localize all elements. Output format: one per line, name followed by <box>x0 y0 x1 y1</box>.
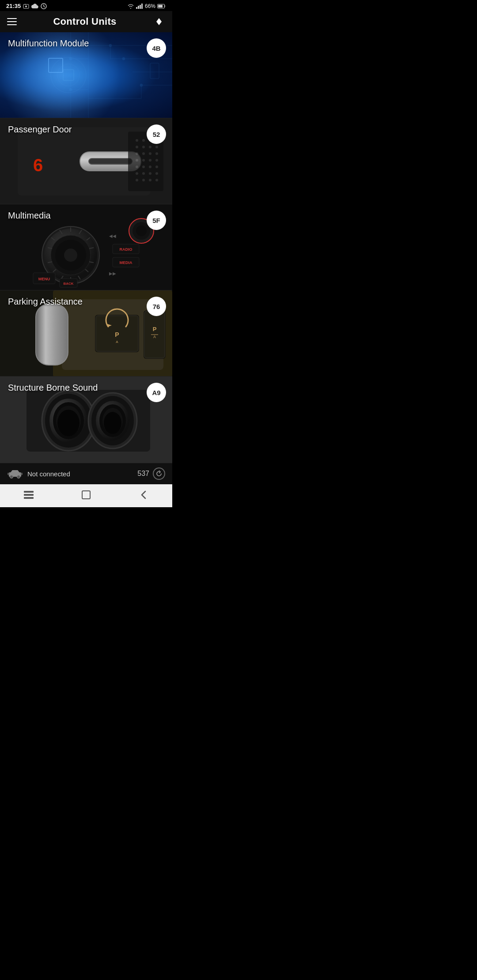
svg-rect-119 <box>26 390 150 452</box>
svg-rect-94 <box>113 244 139 254</box>
svg-marker-110 <box>106 324 112 327</box>
card-structure-label: Structure Borne Sound <box>8 383 98 393</box>
svg-rect-96 <box>113 257 139 267</box>
refresh-button[interactable] <box>153 467 165 480</box>
svg-rect-139 <box>24 497 34 499</box>
svg-point-53 <box>136 159 138 162</box>
svg-rect-39 <box>89 159 132 164</box>
connection-status-text: Not connected <box>27 470 70 478</box>
svg-point-131 <box>104 412 121 434</box>
svg-text:P: P <box>115 331 119 338</box>
recent-apps-button[interactable] <box>20 489 38 501</box>
svg-point-50 <box>142 152 145 155</box>
svg-rect-109 <box>96 316 138 351</box>
svg-line-81 <box>85 269 88 272</box>
svg-point-20 <box>122 57 125 60</box>
svg-rect-106 <box>35 304 68 366</box>
svg-point-54 <box>142 159 145 162</box>
svg-point-122 <box>49 399 87 443</box>
svg-line-79 <box>89 248 94 249</box>
svg-point-125 <box>88 393 137 449</box>
sync-status-icon <box>41 3 47 9</box>
svg-point-128 <box>99 404 126 437</box>
svg-point-133 <box>10 475 13 479</box>
svg-text:A: A <box>116 340 118 344</box>
status-time: 21:35 <box>6 3 21 9</box>
svg-rect-6 <box>141 4 143 9</box>
svg-point-124 <box>56 406 81 436</box>
card-passenger-label: Passenger Door <box>8 124 72 135</box>
svg-rect-36 <box>80 151 141 171</box>
svg-rect-8 <box>158 5 163 8</box>
svg-point-19 <box>109 44 112 47</box>
android-nav-bar <box>0 484 172 507</box>
svg-point-58 <box>142 166 145 168</box>
svg-line-87 <box>48 248 52 249</box>
connection-info: Not connected <box>7 469 70 479</box>
car-icon <box>7 469 23 479</box>
svg-point-57 <box>136 166 138 168</box>
svg-rect-107 <box>36 305 68 365</box>
svg-line-78 <box>87 237 90 240</box>
battery-icon <box>157 4 166 9</box>
svg-rect-136 <box>21 473 23 475</box>
svg-point-67 <box>149 179 151 181</box>
svg-rect-38 <box>88 158 132 165</box>
wifi-icon <box>127 4 134 9</box>
svg-point-123 <box>53 402 84 439</box>
svg-marker-10 <box>156 22 162 25</box>
svg-marker-9 <box>156 18 162 22</box>
back-button[interactable] <box>135 489 152 501</box>
svg-point-66 <box>142 179 145 181</box>
page-title: Control Units <box>53 16 116 27</box>
card-parking[interactable]: P A P A Parking Assistance 76 <box>0 290 172 377</box>
svg-text:BACK: BACK <box>63 282 73 286</box>
battery-level: 66% <box>145 3 155 9</box>
svg-text:A: A <box>153 335 156 339</box>
svg-point-75 <box>64 249 77 262</box>
status-left: 21:35 <box>6 3 47 9</box>
svg-rect-135 <box>8 473 9 475</box>
card-passenger-badge: 52 <box>147 124 166 144</box>
svg-point-134 <box>17 475 20 479</box>
svg-point-61 <box>136 172 138 175</box>
sort-button[interactable] <box>153 15 165 28</box>
svg-point-100 <box>136 226 147 236</box>
svg-point-120 <box>42 391 95 451</box>
menu-button[interactable] <box>7 18 17 25</box>
item-counter: 537 <box>137 470 149 478</box>
sort-icon-svg <box>154 16 164 27</box>
card-multimedia[interactable]: MENU BACK RADIO MEDIA ◀◀ ▶▶ <box>0 204 172 290</box>
svg-point-30 <box>38 44 99 106</box>
svg-point-60 <box>155 166 158 168</box>
svg-rect-5 <box>140 5 141 9</box>
svg-rect-140 <box>82 491 90 499</box>
top-bar: Control Units <box>0 11 172 32</box>
svg-rect-137 <box>24 491 34 493</box>
svg-rect-37 <box>80 152 140 170</box>
svg-line-84 <box>61 276 63 279</box>
svg-rect-4 <box>138 6 139 9</box>
card-multifunction[interactable]: Multifunction Module 4B <box>0 32 172 118</box>
svg-point-55 <box>149 159 151 162</box>
home-button[interactable] <box>77 489 95 501</box>
card-multifunction-label: Multifunction Module <box>8 38 89 49</box>
svg-point-68 <box>155 179 158 181</box>
svg-point-71 <box>42 226 99 284</box>
svg-point-126 <box>91 396 134 445</box>
svg-text:P: P <box>153 326 157 332</box>
card-parking-label: Parking Assistance <box>8 297 83 307</box>
svg-point-121 <box>45 394 92 448</box>
card-structure[interactable]: Structure Borne Sound A9 <box>0 377 172 463</box>
cloud-icon <box>31 4 38 8</box>
svg-point-45 <box>136 146 138 148</box>
svg-text:MEDIA: MEDIA <box>120 260 133 265</box>
svg-rect-90 <box>33 273 55 284</box>
card-passenger[interactable]: 6 Passenger Door 52 <box>0 118 172 204</box>
status-bar: 21:35 66% <box>0 0 172 11</box>
svg-line-89 <box>60 230 62 234</box>
card-list: Multifunction Module 4B <box>0 32 172 463</box>
card-multimedia-badge: 5F <box>147 211 166 230</box>
svg-text:MENU: MENU <box>38 277 50 281</box>
svg-rect-114 <box>144 311 165 358</box>
